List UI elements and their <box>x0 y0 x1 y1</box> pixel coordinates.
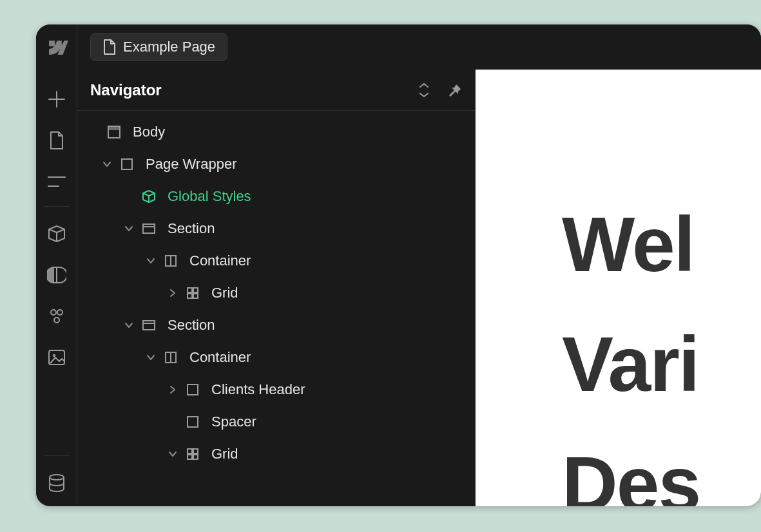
rail-cms[interactable] <box>36 462 77 504</box>
rail-styles[interactable] <box>36 254 77 296</box>
add-icon <box>47 90 66 109</box>
tree-spacer[interactable]: Spacer <box>77 406 475 438</box>
body-icon <box>106 124 122 140</box>
navigator-panel: Navigator <box>77 70 476 506</box>
page-icon <box>102 39 115 55</box>
svg-point-1 <box>57 310 63 315</box>
tree-label: Grid <box>211 285 238 301</box>
navigator-header: Navigator <box>77 70 475 111</box>
svg-rect-24 <box>193 449 198 453</box>
rail-add[interactable] <box>36 79 77 120</box>
components-icon <box>47 224 66 243</box>
design-canvas[interactable]: Wel Vari Des <box>476 70 761 506</box>
tree-label: Container <box>189 252 251 269</box>
page-icon <box>49 131 64 150</box>
rail-assets[interactable] <box>36 337 77 378</box>
tree-page-wrapper[interactable]: Page Wrapper <box>77 148 475 180</box>
canvas-hero-text: Wel Vari Des <box>562 184 700 506</box>
brand-logo[interactable] <box>36 24 77 70</box>
tree-container[interactable]: Container <box>77 245 475 277</box>
svg-point-4 <box>52 354 55 357</box>
navigator-title: Navigator <box>90 81 162 99</box>
section-icon <box>140 220 157 237</box>
svg-rect-21 <box>188 385 198 395</box>
styles-icon <box>47 265 66 285</box>
tree-global-styles[interactable]: Global Styles <box>77 180 475 213</box>
rail-navigator[interactable] <box>36 161 77 202</box>
tree-label: Section <box>168 317 215 334</box>
assets-icon <box>47 348 66 366</box>
tree-label: Grid <box>211 446 238 462</box>
topbar: Example Page <box>36 24 761 70</box>
svg-rect-26 <box>193 455 198 459</box>
div-block-icon <box>184 381 201 398</box>
tree-grid[interactable]: Grid <box>77 277 475 309</box>
variables-icon <box>47 307 66 326</box>
chevron-down-icon[interactable] <box>143 253 159 269</box>
tree-body[interactable]: Body <box>77 116 475 148</box>
tree-container[interactable]: Container <box>77 341 475 374</box>
chevron-right-icon[interactable] <box>165 285 180 301</box>
tree-label: Container <box>189 349 251 366</box>
rail-separator <box>44 206 70 207</box>
tree-label: Spacer <box>211 413 256 430</box>
svg-point-2 <box>54 318 59 323</box>
grid-icon <box>184 446 201 462</box>
cms-icon <box>48 473 66 493</box>
chevron-down-icon[interactable] <box>121 318 137 333</box>
rail-pages[interactable] <box>36 120 77 161</box>
pin-icon[interactable] <box>448 83 462 97</box>
page-selector[interactable]: Example Page <box>90 33 227 61</box>
svg-rect-8 <box>122 159 132 169</box>
tree-label: Clients Header <box>211 381 305 398</box>
svg-rect-9 <box>143 224 155 233</box>
grid-icon <box>184 285 201 301</box>
svg-rect-7 <box>108 126 120 130</box>
svg-point-5 <box>50 475 64 480</box>
tree-label: Global Styles <box>168 188 251 205</box>
svg-point-0 <box>51 310 56 315</box>
chevron-right-icon[interactable] <box>165 382 180 397</box>
chevron-down-icon[interactable] <box>99 157 115 172</box>
svg-rect-25 <box>188 455 192 459</box>
svg-rect-23 <box>188 449 192 453</box>
chevron-down-icon[interactable] <box>143 350 159 365</box>
div-block-icon <box>184 413 201 430</box>
tree-label: Page Wrapper <box>146 156 236 173</box>
tree-section[interactable]: Section <box>77 309 475 341</box>
container-icon <box>162 252 179 269</box>
tree-grid[interactable]: Grid <box>77 438 475 470</box>
chevron-down-icon[interactable] <box>165 446 180 462</box>
component-icon <box>140 188 157 205</box>
main-area: Navigator <box>36 70 761 506</box>
svg-rect-15 <box>188 294 192 298</box>
rail-components[interactable] <box>36 213 77 254</box>
tree-section[interactable]: Section <box>77 213 475 245</box>
page-selector-label: Example Page <box>123 39 215 55</box>
chevron-down-icon[interactable] <box>121 221 137 236</box>
svg-rect-17 <box>143 321 155 330</box>
svg-rect-22 <box>188 417 198 427</box>
tree-label: Body <box>133 124 165 140</box>
webflow-logo-icon <box>46 41 67 53</box>
app-window: Example Page <box>36 24 761 506</box>
tree-clients-header[interactable]: Clients Header <box>77 374 475 406</box>
rail-separator-bottom <box>44 455 70 456</box>
container-icon <box>162 349 179 366</box>
left-rail <box>36 70 77 506</box>
tree-label: Section <box>168 220 215 237</box>
svg-rect-14 <box>193 288 198 292</box>
collapse-all-icon[interactable] <box>417 83 431 97</box>
rail-variables[interactable] <box>36 296 77 337</box>
element-tree: Body Page Wrapper <box>77 111 475 506</box>
svg-rect-13 <box>188 288 192 292</box>
svg-rect-16 <box>193 294 198 298</box>
navigator-icon <box>47 175 66 188</box>
section-icon <box>140 317 157 334</box>
div-block-icon <box>119 156 135 173</box>
